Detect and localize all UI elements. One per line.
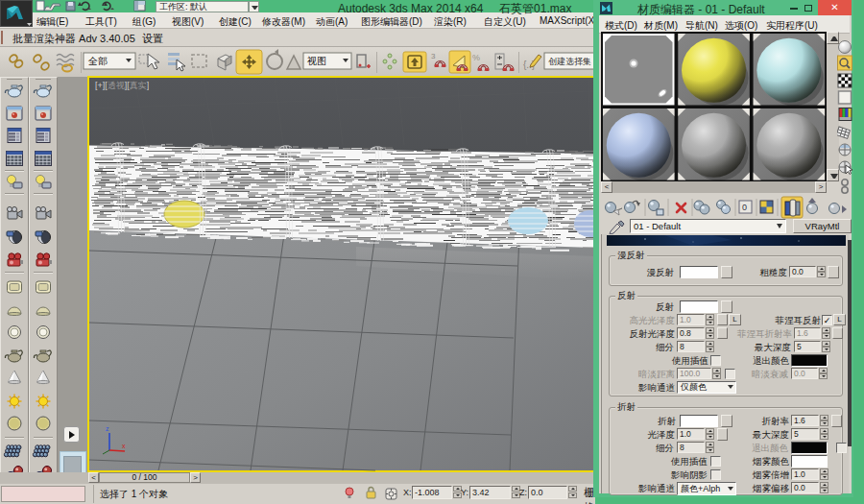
svg-text:x: x (122, 443, 126, 449)
svg-text:3: 3 (431, 52, 436, 60)
svg-text:视图: 视图 (307, 56, 326, 66)
svg-text:z: z (106, 425, 109, 432)
svg-text:[+][透视][真实]: [+][透视][真实] (95, 81, 149, 90)
svg-text:%: % (472, 53, 480, 62)
svg-text:0: 0 (742, 203, 747, 212)
svg-text:创建选择集: 创建选择集 (548, 57, 591, 66)
svg-text:全部: 全部 (87, 56, 108, 66)
